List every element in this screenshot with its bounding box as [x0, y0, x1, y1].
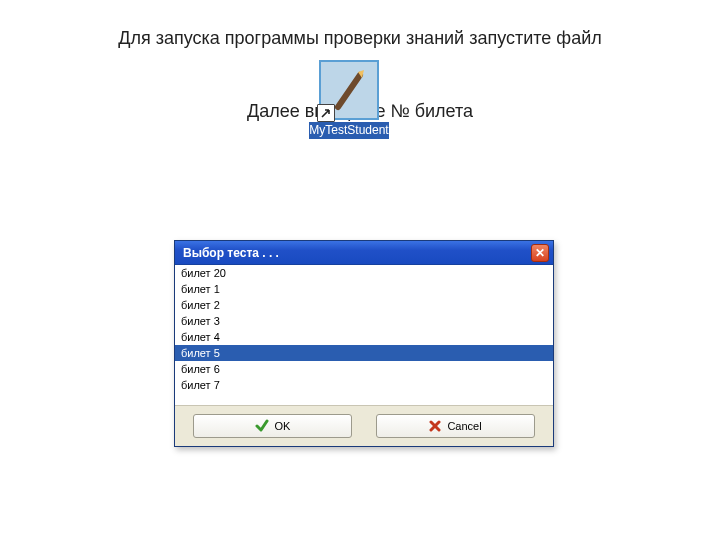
ok-label: OK [275, 420, 291, 432]
dialog-title: Выбор теста . . . [183, 246, 279, 260]
list-item[interactable]: билет 20 [175, 265, 553, 281]
cancel-icon [429, 420, 441, 432]
dialog-button-bar: OK Cancel [175, 405, 553, 446]
desktop-shortcut[interactable]: MyTestStudent [289, 60, 409, 139]
close-button[interactable]: ✕ [531, 244, 549, 262]
cancel-label: Cancel [447, 420, 481, 432]
select-test-dialog: Выбор теста . . . ✕ билет 20билет 1билет… [174, 240, 554, 447]
check-icon [255, 419, 269, 433]
list-item[interactable]: билет 6 [175, 361, 553, 377]
cancel-button[interactable]: Cancel [376, 414, 535, 438]
list-item[interactable]: билет 7 [175, 377, 553, 393]
list-item[interactable]: билет 1 [175, 281, 553, 297]
list-item[interactable]: билет 4 [175, 329, 553, 345]
dialog-titlebar: Выбор теста . . . ✕ [175, 241, 553, 265]
pencil-icon [334, 69, 366, 111]
svg-line-0 [338, 75, 360, 107]
shortcut-arrow-icon [317, 104, 335, 122]
shortcut-icon [319, 60, 379, 120]
ok-button[interactable]: OK [193, 414, 352, 438]
heading-launch: Для запуска программы проверки знаний за… [0, 0, 720, 49]
shortcut-label: MyTestStudent [309, 122, 389, 139]
test-listbox[interactable]: билет 20билет 1билет 2билет 3билет 4биле… [175, 265, 553, 405]
list-item[interactable]: билет 3 [175, 313, 553, 329]
list-item[interactable]: билет 2 [175, 297, 553, 313]
list-item[interactable]: билет 5 [175, 345, 553, 361]
close-icon: ✕ [535, 247, 545, 259]
